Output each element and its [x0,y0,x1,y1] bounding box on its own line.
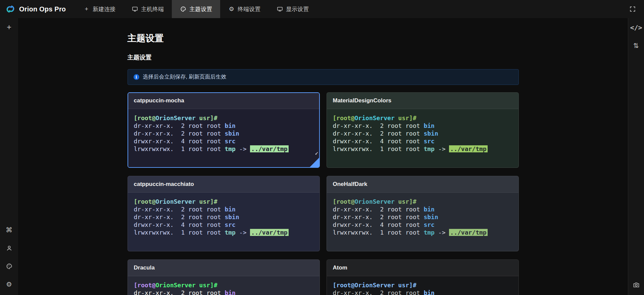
navbar-right [627,0,644,18]
theme-name: catppuccin-macchiato [134,181,194,188]
right-sidebar-bottom [632,280,641,290]
brand: Orion Ops Pro [0,0,75,18]
theme-card-header: catppuccin-mocha [128,93,319,109]
nav-item-label: 显示设置 [286,5,309,13]
alert-text: 选择后会立刻保存, 刷新页面后生效 [143,73,227,81]
terminal-preview: [root@OrionServer usr]#dr-xr-xr-x. 2 roo… [327,109,518,167]
top-navbar: Orion Ops Pro + 新建连接 主机终端 [0,0,644,18]
theme-name: OneHalfDark [333,181,367,188]
sort-arrows-icon[interactable]: ⇅ [632,41,641,50]
nav-item-theme-settings[interactable]: 主题设置 [172,0,220,18]
nav-item-new-connection[interactable]: + 新建连接 [75,0,123,18]
theme-name: MaterialDesignColors [333,97,392,104]
terminal-line: dr-xr-xr-x. 2 root root bin [333,205,512,213]
terminal-line: drwxr-xr-x. 4 root root src [134,137,313,145]
nav-item-label: 主机终端 [141,5,164,13]
add-connection-icon[interactable]: + [4,22,14,32]
nav-item-label: 新建连接 [93,5,115,13]
theme-grid: catppuccin-mocha [root@OrionServer usr]#… [128,92,519,295]
fullscreen-icon[interactable] [627,4,638,14]
theme-name: catppuccin-mocha [134,97,184,104]
terminal-monitor-icon [132,6,138,12]
terminal-line: [root@OrionServer usr]# [333,114,512,122]
theme-card-catppuccin-macchiato[interactable]: catppuccin-macchiato [root@OrionServer u… [128,176,320,251]
nav-item-terminal-settings[interactable]: ⚙ 终端设置 [220,0,268,18]
nav-item-label: 主题设置 [189,5,212,13]
terminal-line: lrwxrwxrwx. 1 root root tmp -> ../var/tm… [333,145,512,153]
terminal-line: drwxr-xr-x. 4 root root src [333,221,512,229]
terminal-line: dr-xr-xr-x. 2 root root bin [134,289,313,295]
left-sidebar-bottom: ⌘ ⚙ [4,225,14,289]
info-icon: i [134,74,139,80]
terminal-line: dr-xr-xr-x. 2 root root bin [134,122,313,130]
nav-item-label: 终端设置 [238,5,260,13]
command-shortcuts-icon[interactable]: ⌘ [4,225,14,235]
terminal-line: drwxr-xr-x. 4 root root src [333,137,512,145]
theme-card-OneHalfDark[interactable]: OneHalfDark [root@OrionServer usr]#dr-xr… [327,176,519,251]
terminal-line: lrwxrwxrwx. 1 root root tmp -> ../var/tm… [333,229,512,236]
terminal-preview: [root@OrionServer usr]#dr-xr-xr-x. 2 roo… [128,193,319,251]
terminal-line: dr-xr-xr-x. 2 root root bin [333,122,512,130]
section-title: 主题设置 [128,54,519,61]
check-icon: ✓ [315,150,319,157]
theme-card-catppuccin-mocha[interactable]: catppuccin-mocha [root@OrionServer usr]#… [128,92,320,168]
display-icon [277,6,283,12]
plus-icon: + [83,6,90,12]
user-icon[interactable] [4,243,14,253]
screenshot-camera-icon[interactable] [632,280,641,290]
content-container: 主题设置 主题设置 i 选择后会立刻保存, 刷新页面后生效 catppuccin… [128,18,519,295]
info-alert: i 选择后会立刻保存, 刷新页面后生效 [128,69,519,85]
theme-card-header: catppuccin-macchiato [128,176,319,193]
theme-card-header: MaterialDesignColors [327,93,518,109]
terminal-line: dr-xr-xr-x. 2 root root bin [333,289,512,295]
terminal-preview: [root@OrionServer usr]#dr-xr-xr-x. 2 roo… [128,109,319,167]
terminal-line: [root@OrionServer usr]# [134,198,313,205]
nav-item-host-terminal[interactable]: 主机终端 [123,0,172,18]
terminal-line: dr-xr-xr-x. 2 root root bin [134,205,313,213]
terminal-line: [root@OrionServer usr]# [134,114,313,122]
theme-card-header: Dracula [128,260,319,276]
settings-gear-icon[interactable]: ⚙ [4,280,14,289]
page-title: 主题设置 [128,33,519,44]
left-sidebar: + ⌘ ⚙ [0,18,18,295]
right-sidebar: </> ⇅ [628,18,644,295]
code-view-icon[interactable]: </> [632,23,641,32]
nav-items: + 新建连接 主机终端 主题设置 ⚙ 终端 [75,0,317,18]
terminal-preview: [root@OrionServer usr]#dr-xr-xr-x. 2 roo… [327,276,518,295]
terminal-line: lrwxrwxrwx. 1 root root tmp -> ../var/tm… [134,145,313,153]
right-sidebar-top: </> ⇅ [632,23,641,50]
terminal-line: drwxr-xr-x. 4 root root src [134,221,313,229]
terminal-line: [root@OrionServer usr]# [134,281,313,289]
theme-card-Dracula[interactable]: Dracula [root@OrionServer usr]#dr-xr-xr-… [128,259,320,295]
nav-item-display-settings[interactable]: 显示设置 [268,0,317,18]
terminal-line: lrwxrwxrwx. 1 root root tmp -> ../var/tm… [134,229,313,236]
theme-card-header: Atom [327,260,518,276]
theme-name: Dracula [134,264,155,271]
theme-name: Atom [333,264,347,271]
terminal-line: dr-xr-xr-x. 2 root root sbin [134,130,313,137]
terminal-line: dr-xr-xr-x. 2 root root sbin [134,213,313,221]
theme-card-header: OneHalfDark [327,176,518,193]
theme-card-MaterialDesignColors[interactable]: MaterialDesignColors [root@OrionServer u… [327,92,519,168]
brand-logo-icon [5,4,15,14]
selected-corner-badge: ✓ [309,157,320,168]
terminal-line: dr-xr-xr-x. 2 root root sbin [333,130,512,137]
terminal-line: [root@OrionServer usr]# [333,198,512,205]
theme-color-icon[interactable] [4,261,14,271]
terminal-line: [root@OrionServer usr]# [333,281,512,289]
terminal-line: dr-xr-xr-x. 2 root root sbin [333,213,512,221]
palette-icon [180,6,186,12]
gear-icon: ⚙ [228,6,235,12]
theme-card-Atom[interactable]: Atom [root@OrionServer usr]#dr-xr-xr-x. … [327,259,519,295]
terminal-preview: [root@OrionServer usr]#dr-xr-xr-x. 2 roo… [128,276,319,295]
main-content: 主题设置 主题设置 i 选择后会立刻保存, 刷新页面后生效 catppuccin… [18,18,628,295]
terminal-preview: [root@OrionServer usr]#dr-xr-xr-x. 2 roo… [327,193,518,251]
brand-title: Orion Ops Pro [19,5,66,13]
